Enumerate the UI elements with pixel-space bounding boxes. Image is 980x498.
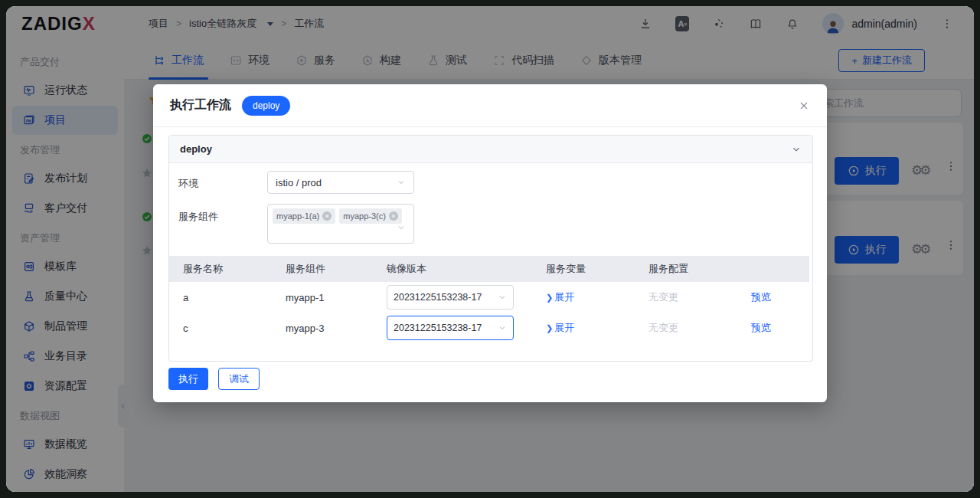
cell-service-name: a: [169, 292, 272, 303]
col-service-name: 服务名称: [169, 262, 272, 276]
env-label: 环境: [178, 171, 267, 194]
env-select[interactable]: istio / prod: [267, 171, 414, 194]
col-image-version: 镜像版本: [373, 262, 532, 276]
services-multiselect[interactable]: myapp-1(a)× myapp-3(c)×: [267, 204, 414, 244]
tag-remove-icon[interactable]: ×: [389, 211, 398, 221]
expand-vars-link[interactable]: ❯展开: [546, 321, 574, 335]
service-tag: myapp-3(c)×: [339, 208, 402, 224]
deploy-panel-body: 环境 istio / prod 服务组件 myapp-1(a)× myapp-3…: [169, 163, 812, 343]
chevron-down-icon: [498, 293, 507, 302]
image-version-value: 20231225153238-17: [394, 323, 482, 333]
col-service-config: 服务配置: [635, 262, 737, 276]
preview-link[interactable]: 预览: [751, 321, 771, 335]
app-window: ZADIGX 项目 > istio全链路灰度 > 工作流 A×: [6, 6, 974, 492]
services-label: 服务组件: [178, 204, 267, 244]
chevron-down-icon: [498, 323, 507, 333]
chevron-right-icon: ❯: [546, 323, 553, 333]
service-tag: myapp-1(a)×: [273, 208, 335, 224]
env-select-value: istio / prod: [276, 177, 322, 188]
service-tags: myapp-1(a)× myapp-3(c)×: [273, 208, 409, 224]
execute-button[interactable]: 执行: [168, 368, 208, 390]
chevron-down-icon: [791, 144, 802, 155]
col-service-vars: 服务变量: [532, 262, 635, 276]
chevron-right-icon: ❯: [546, 293, 553, 303]
deploy-panel-title: deploy: [180, 143, 212, 155]
deploy-job-panel: deploy 环境 istio / prod 服务组件 myapp-1(a)×: [168, 135, 813, 362]
debug-button[interactable]: 调试: [218, 368, 260, 390]
image-version-value: 20231225153238-17: [394, 292, 482, 303]
expand-vars-link[interactable]: ❯展开: [546, 290, 574, 304]
cell-config-status: 无变更: [635, 321, 737, 335]
cell-service-name: c: [169, 323, 272, 334]
table-row: a myapp-1 20231225153238-17 ❯展开 无变更 预览: [169, 282, 809, 313]
deploy-panel-header[interactable]: deploy: [169, 136, 812, 163]
run-workflow-modal: 执行工作流 deploy deploy 环境 istio / prod: [153, 84, 827, 402]
col-service-component: 服务组件: [272, 262, 373, 276]
chevron-down-icon: [397, 223, 406, 232]
modal-footer: 执行 调试: [168, 368, 260, 390]
cell-service-component: myapp-3: [272, 323, 373, 334]
modal-header: 执行工作流 deploy: [153, 84, 827, 127]
services-table: 服务名称 服务组件 镜像版本 服务变量 服务配置 a myapp-1 20231…: [169, 256, 809, 343]
tag-remove-icon[interactable]: ×: [322, 211, 332, 221]
preview-link[interactable]: 预览: [751, 290, 771, 304]
chevron-down-icon: [397, 178, 406, 187]
table-row: c myapp-3 20231225153238-17 ❯展开 无变更 预览: [169, 313, 809, 343]
services-table-header: 服务名称 服务组件 镜像版本 服务变量 服务配置: [169, 256, 809, 282]
services-form-row: 服务组件 myapp-1(a)× myapp-3(c)×: [178, 204, 812, 244]
cell-service-component: myapp-1: [272, 292, 373, 303]
modal-title: 执行工作流: [170, 97, 231, 113]
close-icon[interactable]: [798, 100, 810, 112]
cell-config-status: 无变更: [635, 290, 737, 304]
image-version-select[interactable]: 20231225153238-17: [387, 316, 514, 340]
env-form-row: 环境 istio / prod: [178, 171, 812, 194]
image-version-select[interactable]: 20231225153238-17: [387, 285, 514, 310]
workflow-name-badge: deploy: [242, 96, 290, 116]
